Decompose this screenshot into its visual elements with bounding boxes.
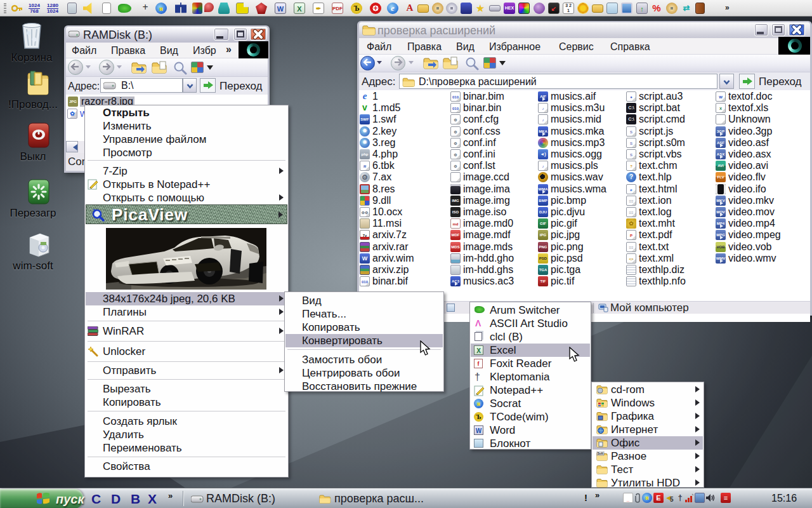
svg-text:Soft: Soft (598, 452, 603, 455)
